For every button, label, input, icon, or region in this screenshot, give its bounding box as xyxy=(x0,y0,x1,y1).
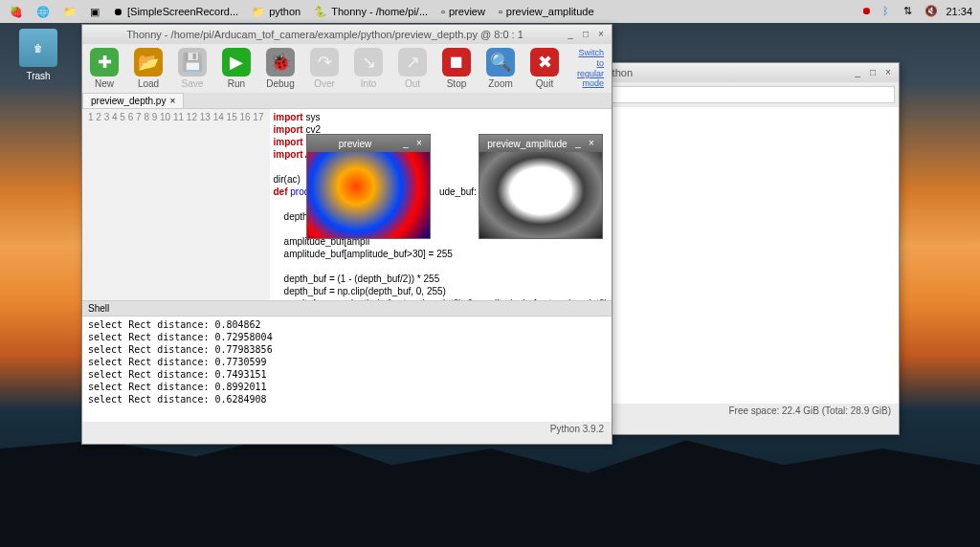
tab-close-icon[interactable]: × xyxy=(169,96,175,106)
new-button[interactable]: ✚New xyxy=(90,48,119,89)
play-icon: ▶ xyxy=(230,52,243,73)
stop-icon: ⏹ xyxy=(448,53,465,73)
editor-tab[interactable]: preview_depth.py × xyxy=(82,93,184,108)
taskbar-item-recorder[interactable]: ⏺[SimpleScreenRecord... xyxy=(107,4,244,19)
line-gutter: 1 2 3 4 5 6 7 8 9 10 11 12 13 14 15 16 1… xyxy=(82,109,270,300)
amplitude-image xyxy=(479,152,602,238)
preview-amp-min[interactable]: _ xyxy=(571,137,585,150)
terminal-icon[interactable]: ▣ xyxy=(84,4,105,20)
trash-icon: 🗑 xyxy=(33,43,43,54)
preview-amp-window: preview_amplitude _ × xyxy=(479,134,603,239)
taskbar-item-preview-amp[interactable]: ▫preview_amplitude xyxy=(493,4,600,19)
trash-label: Trash xyxy=(19,71,57,81)
fm-status-right: Free space: 22.4 GiB (Total: 28.9 GiB) xyxy=(728,405,891,416)
debug-button[interactable]: 🐞Debug xyxy=(266,48,295,89)
taskbar-item-preview[interactable]: ▫preview xyxy=(435,4,491,19)
over-button[interactable]: ↷Over xyxy=(310,48,339,89)
run-button[interactable]: ▶Run xyxy=(222,48,251,89)
thonny-close[interactable]: × xyxy=(594,28,608,41)
network-icon[interactable]: ⇅ xyxy=(903,5,917,18)
folder-icon: 📂 xyxy=(138,52,159,73)
zoom-icon: 🔍 xyxy=(490,52,511,73)
fm-close[interactable]: × xyxy=(881,66,895,79)
fm-maximize[interactable]: □ xyxy=(866,66,880,79)
browser-icon[interactable]: 🌐 xyxy=(31,4,56,20)
thonny-minimize[interactable]: _ xyxy=(564,28,577,41)
switch-mode-link[interactable]: Switch to regular mode xyxy=(574,48,604,89)
app-menu[interactable]: 🍓 xyxy=(4,4,29,20)
step-into-icon: ↘ xyxy=(362,52,376,73)
save-button[interactable]: 💾Save xyxy=(178,48,207,89)
step-out-icon: ↗ xyxy=(406,52,420,73)
thonny-toolbar: ✚New 📂Load 💾Save ▶Run 🐞Debug ↷Over ↘Into… xyxy=(82,44,612,93)
quit-icon: ✖ xyxy=(538,52,552,73)
clock[interactable]: 21:34 xyxy=(946,6,972,17)
shell-tab[interactable]: Shell xyxy=(82,300,612,317)
trash-desktop-icon[interactable]: 🗑 Trash xyxy=(19,29,57,81)
thonny-maximize[interactable]: □ xyxy=(579,28,592,41)
fm-minimize[interactable]: _ xyxy=(851,66,864,79)
taskbar: 🍓 🌐 📁 ▣ ⏺[SimpleScreenRecord... 📁python … xyxy=(0,0,980,23)
bug-icon: 🐞 xyxy=(270,52,291,73)
taskbar-item-thonny[interactable]: 🐍Thonny - /home/pi/... xyxy=(308,4,434,20)
preview-amp-close[interactable]: × xyxy=(585,137,598,150)
taskbar-item-python[interactable]: 📁python xyxy=(246,4,306,20)
bluetooth-icon[interactable]: ᛒ xyxy=(882,5,896,18)
stop-button[interactable]: ⏹Stop xyxy=(442,48,471,89)
preview-depth-min[interactable]: _ xyxy=(399,137,412,150)
save-icon: 💾 xyxy=(182,52,203,73)
volume-icon[interactable]: 🔇 xyxy=(924,5,938,18)
thonny-status: Python 3.9.2 xyxy=(82,422,612,436)
files-icon[interactable]: 📁 xyxy=(57,4,82,20)
step-over-icon: ↷ xyxy=(318,52,332,73)
load-button[interactable]: 📂Load xyxy=(134,48,163,89)
quit-button[interactable]: ✖Quit xyxy=(530,48,559,89)
into-button[interactable]: ↘Into xyxy=(354,48,383,89)
preview-depth-close[interactable]: × xyxy=(412,137,426,150)
depth-image xyxy=(307,152,430,238)
record-tray-icon[interactable]: ⏺ xyxy=(861,5,875,18)
plus-icon: ✚ xyxy=(98,52,112,73)
zoom-button[interactable]: 🔍Zoom xyxy=(486,48,515,89)
thonny-title: Thonny - /home/pi/Arducam_tof_camera/exa… xyxy=(86,29,564,40)
out-button[interactable]: ↗Out xyxy=(398,48,427,89)
shell-output[interactable]: select Rect distance: 0.804862 select Re… xyxy=(82,317,612,422)
preview-depth-window: preview _ × xyxy=(306,134,431,239)
preview-amp-title: preview_amplitude xyxy=(483,139,571,149)
preview-depth-title: preview xyxy=(311,139,399,149)
